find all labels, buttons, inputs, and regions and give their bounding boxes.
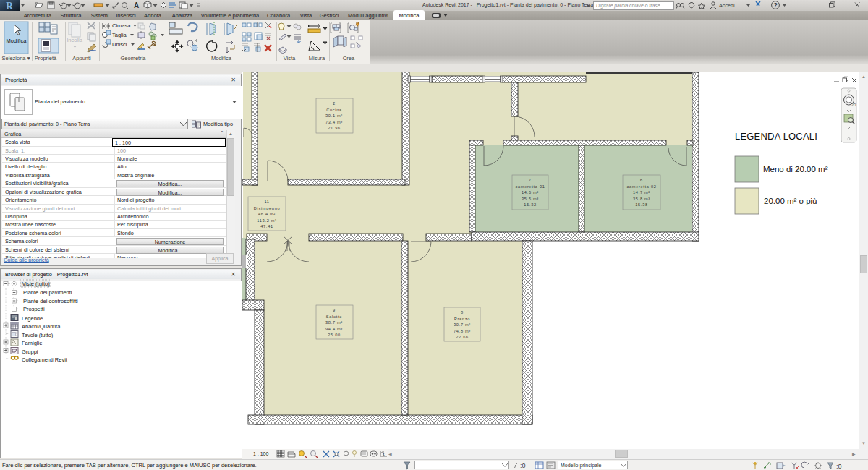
- svg-text:35.8 m³: 35.8 m³: [633, 197, 650, 201]
- svg-text:Gruppi: Gruppi: [22, 349, 38, 355]
- svg-text:11: 11: [264, 200, 269, 204]
- svg-text:Incolla: Incolla: [67, 37, 83, 43]
- svg-text:2: 2: [333, 101, 336, 106]
- svg-text:Abachi/Quantità: Abachi/Quantità: [22, 323, 61, 330]
- svg-text:Prospetti: Prospetti: [23, 306, 45, 312]
- svg-text:14.6 m²: 14.6 m²: [522, 190, 539, 195]
- svg-text:Meno di 20.00 m²: Meno di 20.00 m²: [763, 165, 828, 174]
- svg-text:Legende: Legende: [22, 315, 43, 322]
- svg-text:Pranzo: Pranzo: [454, 317, 470, 321]
- svg-text:9: 9: [333, 308, 336, 312]
- svg-text:94.4 m³: 94.4 m³: [326, 327, 343, 331]
- svg-text:Cimasa: Cimasa: [112, 22, 131, 29]
- svg-text:20.00 m² o più: 20.00 m² o più: [764, 197, 817, 205]
- svg-text:Accedi: Accedi: [719, 2, 735, 9]
- svg-text:8: 8: [461, 310, 464, 315]
- svg-text:7: 7: [529, 178, 532, 182]
- svg-text:15.32: 15.32: [524, 202, 537, 207]
- svg-text:Taglia: Taglia: [112, 32, 127, 38]
- svg-text:R: R: [6, 1, 14, 11]
- svg-text:6: 6: [640, 178, 643, 182]
- svg-text:cameretta 01: cameretta 01: [515, 184, 545, 189]
- svg-text::0: :0: [836, 463, 842, 470]
- svg-text:Viste (tutto): Viste (tutto): [22, 281, 51, 287]
- svg-text:14.7 m²: 14.7 m²: [633, 190, 650, 195]
- svg-text:Salotto: Salotto: [326, 315, 342, 319]
- svg-text:74.8 m³: 74.8 m³: [454, 329, 471, 333]
- svg-text:cameretta 02: cameretta 02: [626, 184, 656, 189]
- svg-text:Cucina: Cucina: [326, 108, 342, 112]
- svg-text:?: ?: [773, 1, 777, 9]
- svg-text:30.1 m²: 30.1 m²: [326, 114, 343, 118]
- svg-text:Collegamenti Revit: Collegamenti Revit: [22, 356, 68, 363]
- svg-text:Piante dei pavimenti: Piante dei pavimenti: [23, 289, 72, 296]
- svg-text:Famiglie: Famiglie: [22, 340, 42, 346]
- svg-text:Unisci: Unisci: [112, 41, 127, 48]
- svg-text:30.7 m²: 30.7 m²: [454, 322, 471, 327]
- svg-text:21.96: 21.96: [328, 126, 341, 130]
- svg-text:LEGENDA LOCALI: LEGENDA LOCALI: [735, 131, 817, 142]
- svg-text:73.4 m³: 73.4 m³: [326, 120, 343, 124]
- svg-text:38.7 m²: 38.7 m²: [326, 320, 343, 325]
- svg-text:113.2 m³: 113.2 m³: [257, 218, 276, 223]
- svg-text:35.5 m³: 35.5 m³: [522, 197, 539, 201]
- svg-text:46.4 m²: 46.4 m²: [258, 212, 276, 216]
- svg-text:A: A: [134, 1, 139, 9]
- svg-text:25.00: 25.00: [328, 333, 341, 337]
- svg-text:2D: 2D: [851, 103, 856, 107]
- svg-text:22.66: 22.66: [456, 335, 469, 339]
- svg-text:47.41: 47.41: [260, 224, 273, 228]
- svg-text:Tavole (tutto): Tavole (tutto): [22, 332, 54, 338]
- svg-text:Disimpegno: Disimpegno: [254, 206, 281, 210]
- svg-text:15.38: 15.38: [635, 202, 648, 207]
- svg-text:Piante dei controsoffitti: Piante dei controsoffitti: [23, 298, 78, 304]
- svg-text::0: :0: [520, 462, 526, 469]
- svg-text:Modifica: Modifica: [7, 38, 27, 44]
